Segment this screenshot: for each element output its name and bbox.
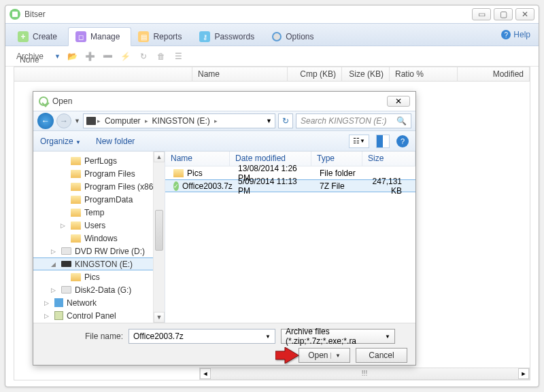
tab-passwords[interactable]: Passwords (192, 27, 265, 46)
dialog-help-icon[interactable]: ? (396, 135, 409, 147)
view-mode-button[interactable]: ☷ ▼ (349, 135, 369, 148)
expand-icon[interactable]: ◢ (51, 261, 58, 268)
file-date: 5/09/2014 11:13 PM (233, 177, 314, 196)
archive-file-icon: ✓ (173, 181, 179, 191)
scroll-up-icon[interactable]: ▲ (154, 152, 165, 162)
folder-tree[interactable]: PerfLogsProgram FilesProgram Files (x86)… (33, 152, 165, 323)
tree-node[interactable]: PerfLogs (33, 154, 165, 167)
tree-node[interactable]: Recycle Bin (33, 322, 165, 323)
folder-icon (71, 183, 81, 191)
tree-node[interactable]: ▷DVD RW Drive (D:) (33, 245, 165, 257)
refresh-icon[interactable]: ↻ (138, 51, 149, 62)
fh-name[interactable]: Name (165, 152, 230, 166)
open-folder-icon[interactable]: 📂 (67, 51, 78, 62)
file-type-filter[interactable]: Archive files (*.zip;*.7z;*.exe;*.ra ▼ (281, 329, 395, 344)
folder-icon (71, 170, 81, 178)
archive-dropdown[interactable]: ▼ (54, 53, 61, 60)
close-button[interactable]: ✕ (515, 8, 534, 20)
expand-icon[interactable]: ▷ (44, 300, 51, 306)
disc-drive-icon (61, 286, 71, 293)
help-icon: ? (501, 30, 511, 39)
minimize-button[interactable]: ▭ (472, 8, 491, 20)
dialog-titlebar: Open ✕ (33, 92, 415, 111)
expand-icon[interactable]: ▷ (51, 248, 58, 255)
plus-icon (18, 31, 29, 42)
delete-icon[interactable]: 🗑 (156, 51, 167, 62)
refresh-button[interactable]: ↻ (278, 113, 293, 128)
tree-node[interactable]: ▷Users (33, 219, 165, 232)
col-size[interactable]: Size (KB) (342, 67, 390, 81)
tree-node[interactable]: ProgramData (33, 193, 165, 206)
col-modified[interactable]: Modified (458, 67, 530, 81)
folder-icon (71, 157, 81, 165)
dialog-close-button[interactable]: ✕ (387, 96, 410, 107)
file-row[interactable]: ✓Office2003.7z5/09/2014 11:13 PM7Z File2… (165, 179, 415, 192)
file-list[interactable]: Name Date modified Type Size Pics13/08/2… (165, 152, 415, 323)
tree-scroll-thumb[interactable] (155, 210, 163, 251)
tree-node[interactable]: Temp (33, 206, 165, 219)
titlebar: Bitser ▭ ▢ ✕ (5, 5, 539, 23)
breadcrumb-dropdown-icon[interactable]: ▼ (266, 118, 272, 124)
file-name-input[interactable]: Office2003.7z ▼ (129, 329, 275, 344)
tree-node-label: Disk2-Data (G:) (75, 285, 131, 295)
archive-toolbar: Archive ▼ 📂 ➕ ➖ ⚡ ↻ 🗑 ☰ (5, 46, 539, 67)
expand-icon[interactable]: ▷ (44, 313, 51, 319)
add-icon[interactable]: ➕ (85, 51, 96, 62)
tab-manage[interactable]: Manage (68, 27, 131, 46)
tab-create[interactable]: Create (11, 27, 68, 46)
tab-reports[interactable]: Reports (131, 27, 192, 46)
tree-node[interactable]: ◢KINGSTON (E:) (33, 257, 165, 270)
nav-forward-button[interactable]: → (56, 113, 71, 128)
tree-node-label: Control Panel (67, 311, 116, 321)
tree-node[interactable]: ▷Network (33, 296, 165, 309)
tree-node[interactable]: Program Files (x86) (33, 180, 165, 193)
scroll-thumb[interactable]: !!! (354, 370, 375, 378)
scroll-down-icon[interactable]: ▼ (154, 312, 165, 323)
disc-drive-icon (61, 247, 71, 255)
open-button[interactable]: Open ▼ (299, 348, 350, 363)
expand-icon[interactable]: ▷ (61, 222, 67, 229)
callout-arrow-icon (275, 347, 299, 363)
reports-icon (138, 31, 149, 42)
list-icon[interactable]: ☰ (173, 51, 184, 62)
maximize-button[interactable]: ▢ (494, 8, 513, 20)
scroll-left-icon[interactable]: ◄ (200, 368, 211, 379)
tab-options[interactable]: Options (265, 27, 324, 46)
tree-node-label: Program Files (x86) (84, 182, 156, 192)
tree-node[interactable]: Pics (33, 270, 165, 283)
tree-node[interactable]: ▷Control Panel (33, 309, 165, 322)
col-name[interactable]: Name (192, 67, 288, 81)
nav-back-button[interactable]: ← (37, 113, 54, 129)
tree-node[interactable]: ▷Disk2-Data (G:) (33, 283, 165, 296)
tree-scrollbar[interactable]: ▲ ▼ (153, 152, 165, 323)
search-icon: 🔍 (396, 116, 407, 126)
filter-dropdown-icon[interactable]: ▼ (385, 334, 390, 340)
folder-icon (71, 221, 81, 230)
tree-node[interactable]: Windows (33, 232, 165, 245)
expand-icon[interactable]: ▷ (51, 287, 58, 293)
remove-icon[interactable]: ➖ (103, 51, 114, 62)
flash-icon[interactable]: ⚡ (120, 51, 131, 62)
horizontal-scrollbar[interactable]: ◄ !!! ► (199, 368, 530, 380)
breadcrumb[interactable]: ▸ Computer ▸ KINGSTON (E:) ▸ ▼ (83, 113, 275, 128)
search-field[interactable]: Search KINGSTON (E:) 🔍 (296, 113, 411, 128)
tree-node[interactable]: Program Files (33, 167, 165, 180)
column-headers: None Name Cmp (KB) Size (KB) Ratio % Mod… (14, 67, 530, 82)
organize-menu[interactable]: Organize ▼ (40, 137, 81, 146)
file-name-dropdown-icon[interactable]: ▼ (265, 334, 271, 340)
fh-size[interactable]: Size (362, 152, 415, 166)
col-cmp[interactable]: Cmp (KB) (288, 67, 342, 81)
usb-drive-icon (61, 261, 71, 267)
help-link[interactable]: ?Help (501, 30, 530, 39)
new-folder-button[interactable]: New folder (96, 137, 135, 146)
crumb-drive[interactable]: KINGSTON (E:) (150, 116, 213, 126)
folder-icon (71, 273, 81, 281)
crumb-computer[interactable]: Computer (102, 116, 143, 126)
fh-type[interactable]: Type (311, 152, 362, 166)
preview-pane-button[interactable] (376, 135, 390, 148)
col-ratio[interactable]: Ratio % (390, 67, 458, 81)
nav-history-dropdown[interactable]: ▼ (74, 118, 80, 124)
cancel-button[interactable]: Cancel (356, 348, 407, 363)
scroll-right-icon[interactable]: ► (518, 368, 529, 379)
file-name: Office2003.7z (182, 181, 233, 191)
